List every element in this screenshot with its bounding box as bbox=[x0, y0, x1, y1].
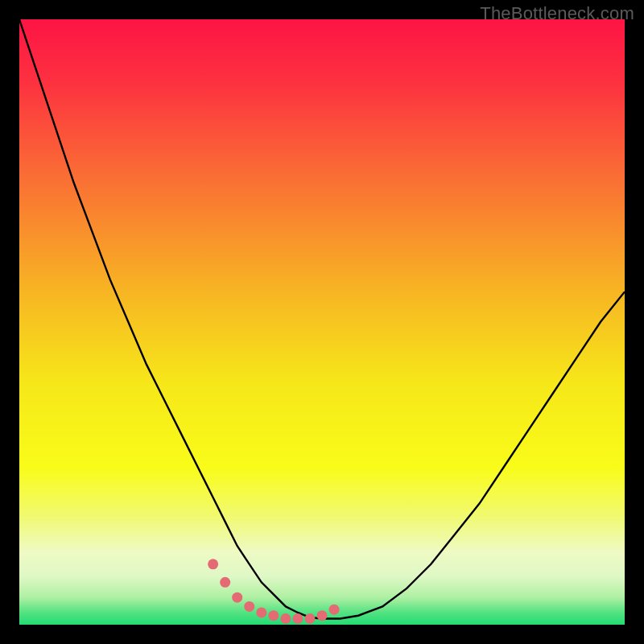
plot-area bbox=[19, 19, 625, 625]
curve-marker bbox=[329, 605, 340, 615]
curve-marker bbox=[268, 610, 279, 621]
curve-markers bbox=[208, 559, 339, 624]
curve-line bbox=[19, 19, 625, 618]
curve-marker bbox=[304, 613, 315, 624]
bottleneck-curve bbox=[19, 19, 625, 625]
curve-marker bbox=[280, 613, 291, 624]
curve-marker bbox=[232, 592, 242, 603]
curve-marker bbox=[208, 559, 218, 569]
curve-marker bbox=[244, 601, 254, 612]
curve-marker bbox=[220, 577, 230, 588]
curve-marker bbox=[256, 607, 266, 617]
curve-marker bbox=[292, 613, 303, 624]
curve-marker bbox=[317, 610, 328, 621]
watermark-text: TheBottleneck.com bbox=[480, 3, 634, 24]
chart-frame: TheBottleneck.com bbox=[0, 0, 644, 644]
